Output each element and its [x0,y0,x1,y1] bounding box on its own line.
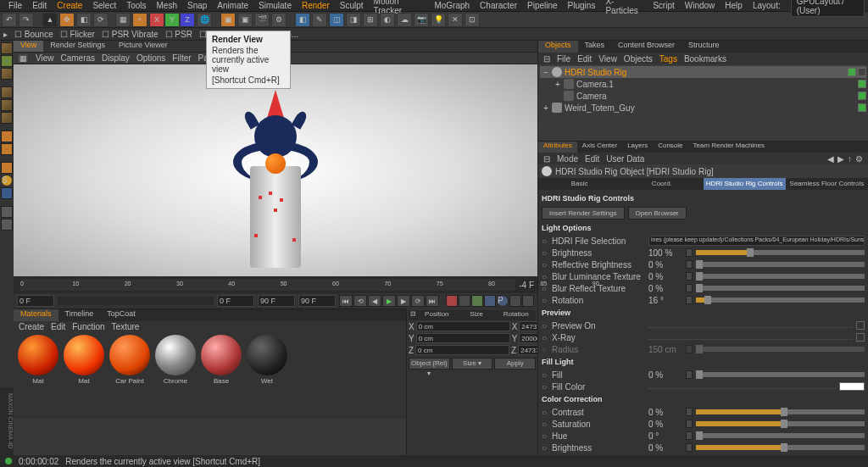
view-tab-picture-viewer[interactable]: Picture Viewer [112,41,175,52]
menu-character[interactable]: Character [475,1,522,10]
viewport-icon[interactable]: ▦ [17,53,29,64]
view-tab-render-settings[interactable]: Render Settings [43,41,112,52]
nav-fn[interactable]: ⚙ [855,154,863,164]
menu-animate[interactable]: Animate [212,1,253,10]
obj-menu-icon[interactable]: ⊟ [543,54,550,64]
mat-menu-create[interactable]: Create [19,322,44,331]
pos-X[interactable] [416,321,510,331]
view-menu-view[interactable]: View [36,53,54,63]
key-all-button[interactable] [522,295,534,307]
slider[interactable] [696,250,865,255]
edge-mode-button[interactable] [1,99,13,111]
subtab-seamless-floor-controls[interactable]: Seamless Floor Controls [786,178,868,190]
tree-item-weird_totem_guy[interactable]: +Weird_Totem_Guy [540,102,866,114]
coord-system-button[interactable]: 🌐 [197,13,212,27]
obj-tab-objects[interactable]: Objects [538,41,578,53]
axis-x-button[interactable]: X [149,13,164,27]
obj-menu-view[interactable]: View [598,54,617,64]
tree-item-hdri-studio-rig[interactable]: −HDRI Studio Rig [540,66,866,78]
move-tool-button[interactable]: ✥ [59,13,75,27]
collapse-icon[interactable]: ▸ [3,30,8,39]
frame-cur2-input[interactable] [258,295,295,307]
redo-button[interactable]: ↷ [19,13,34,27]
menu-sculpt[interactable]: Sculpt [335,1,369,10]
object-tree[interactable]: −HDRI Studio Rig+Camera.1Camera+Weird_To… [538,64,868,141]
pos-Y[interactable] [416,333,510,343]
subtab-hdri-studio-rig-controls[interactable]: HDRI Studio Rig Controls [704,178,786,190]
view-tab-view[interactable]: View [14,41,43,52]
undo-button[interactable]: ↶ [2,13,17,27]
attr-menu-user-data[interactable]: User Data [606,154,644,164]
obj-tab-takes[interactable]: Takes [578,41,612,53]
isoline-button[interactable] [1,143,13,155]
snap-button[interactable]: S [1,175,13,186]
prev-frame-button[interactable]: ◀ [368,295,381,307]
mat-tab-timeline[interactable]: Timeline [58,309,101,321]
mat-menu-function[interactable]: Function [72,322,104,331]
goto-end-button[interactable]: ⏭ [426,295,439,307]
attr-menu-icon[interactable]: ⊟ [543,154,550,164]
next-frame-button[interactable]: ▶ [397,295,410,307]
attr-tab-attributes[interactable]: Attributes [538,142,577,153]
btn-insert-render-settings[interactable]: Insert Render Settings [542,207,625,220]
render-settings-button[interactable]: ⚙ [271,13,287,27]
slider[interactable] [696,297,865,303]
obj-tab-content-browser[interactable]: Content Browser [611,41,682,53]
tree-item-camera[interactable]: Camera [540,90,866,102]
menu-mesh[interactable]: Mesh [152,1,182,10]
btn-open-browser[interactable]: Open Browser [628,207,687,220]
environment-button[interactable]: ☁ [397,13,412,27]
material-mat[interactable]: Mat [63,335,105,385]
menu-select[interactable]: Select [87,1,121,10]
tweak-button[interactable] [1,162,13,174]
menu-plugins[interactable]: Plugins [563,1,601,10]
slider[interactable] [696,286,865,291]
view-menu-filter[interactable]: Filter [172,53,191,63]
mograph-button[interactable]: ⊡ [465,13,480,27]
key-pos-button[interactable] [471,295,483,307]
autokey-button[interactable] [459,295,470,307]
expand-icon[interactable]: + [543,103,552,113]
material-mat[interactable]: Mat [17,335,59,385]
nav-up[interactable]: ↑ [848,154,852,164]
menu-create[interactable]: Create [52,1,87,10]
attr-tab-console[interactable]: Console [653,142,687,153]
render-region-button[interactable]: ▣ [237,13,253,27]
camera-button[interactable]: 📷 [414,13,429,27]
view-menu-cameras[interactable]: Cameras [61,53,96,63]
subtab-basic[interactable]: Basic [538,178,620,190]
workplane-button[interactable] [1,187,13,199]
view-menu-display[interactable]: Display [102,53,130,63]
locked-tool-button[interactable]: + [132,13,147,27]
nav-fwd[interactable]: ▶ [837,154,844,164]
viewport-solo-button[interactable] [1,206,13,218]
pos-Z[interactable] [415,345,509,355]
material-car-paint[interactable]: Car Paint [108,335,151,385]
file-path[interactable]: ines (please keep updated)/Collections P… [648,236,865,246]
axis-mode-button[interactable] [1,131,13,142]
slider[interactable] [696,409,865,414]
mat-menu-texture[interactable]: Texture [112,322,140,331]
mat-tab-materials[interactable]: Materials [14,309,58,321]
material-base[interactable]: Base [200,335,242,385]
live-select-button[interactable]: ▲ [42,13,58,27]
expand-icon[interactable]: + [555,80,564,89]
menu-render[interactable]: Render [297,1,335,10]
attr-tab-team-render-machines[interactable]: Team Render Machines [688,142,770,153]
subdivision-button[interactable]: ◫ [329,13,344,27]
tb2-psrvibrate[interactable]: ☐ PSR Vibrate [102,30,159,39]
polygon-mode-button[interactable] [1,112,13,124]
obj-menu-objects[interactable]: Objects [624,54,653,64]
obj-menu-tags[interactable]: Tags [659,54,677,64]
menu-edit[interactable]: Edit [27,1,52,10]
attr-menu-edit[interactable]: Edit [585,154,599,164]
key-pla-button[interactable] [509,295,521,307]
checkbox[interactable] [856,333,865,342]
xparticles-button[interactable]: ✕ [448,13,463,27]
obj-menu-bookmarks[interactable]: Bookmarks [684,54,726,64]
prev-key-button[interactable]: ⟲ [353,295,367,307]
menu-mograph[interactable]: MoGraph [429,1,475,10]
cube-primitive-button[interactable]: ◧ [295,13,310,27]
slider[interactable] [696,445,865,450]
material-wet[interactable]: Wet [246,335,288,385]
